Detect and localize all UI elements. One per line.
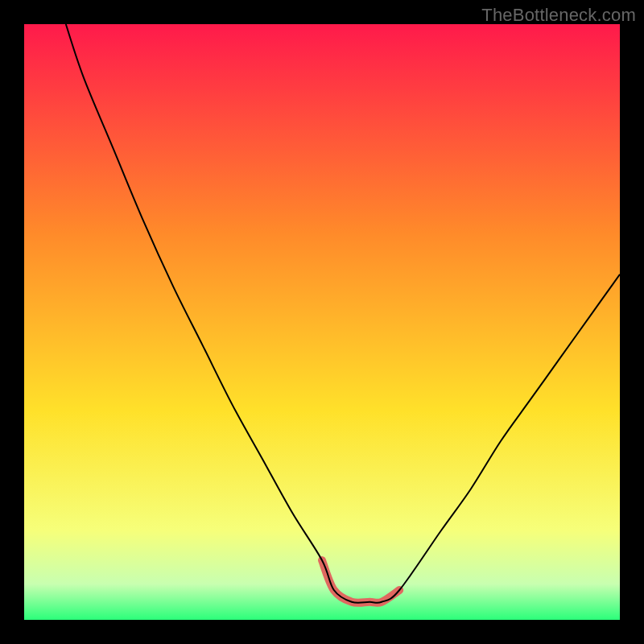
plot-area xyxy=(24,24,620,620)
watermark-label: TheBottleneck.com xyxy=(481,5,636,26)
chart-stage: TheBottleneck.com xyxy=(0,0,644,644)
gradient-background xyxy=(24,24,620,620)
chart-svg xyxy=(24,24,620,620)
